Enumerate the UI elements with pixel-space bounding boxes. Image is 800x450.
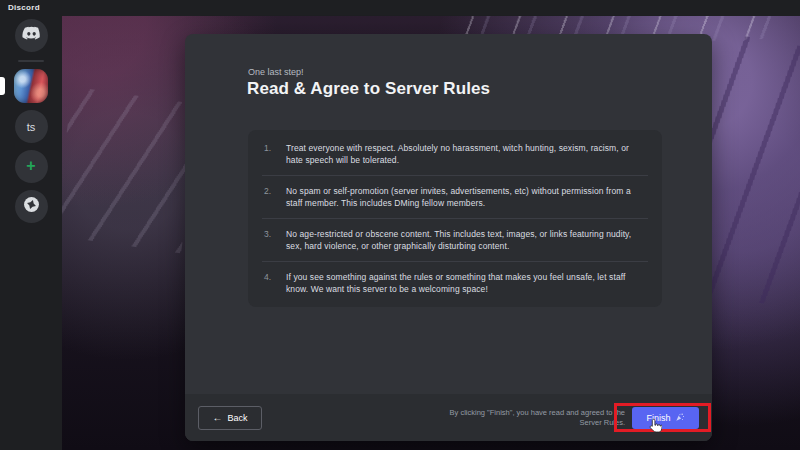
rule-number: 4.: [264, 272, 286, 295]
app-title: Discord: [8, 3, 40, 12]
compass-icon: [23, 196, 40, 217]
rule-number: 2.: [264, 186, 286, 209]
rule-number: 3.: [264, 229, 286, 252]
title-bar: Discord: [0, 0, 800, 16]
sidebar-item-current-server[interactable]: [14, 69, 48, 103]
back-button-label: Back: [227, 413, 247, 423]
plus-icon: +: [26, 158, 35, 174]
explore-servers-button[interactable]: [15, 190, 48, 223]
finish-button-area: Finish: [632, 407, 699, 429]
discord-window: Discord ts + One last step! Read & Agree…: [0, 0, 800, 450]
rule-item-4: 4. If you see something against the rule…: [248, 262, 662, 304]
server-ts-label: ts: [27, 121, 36, 133]
rule-text: No spam or self-promotion (server invite…: [286, 186, 648, 209]
sidebar-divider: [18, 60, 44, 62]
modal-title: Read & Agree to Server Rules: [247, 79, 490, 99]
rule-text: If you see something against the rules o…: [286, 272, 648, 295]
rule-number: 1.: [264, 143, 286, 166]
server-sidebar: ts +: [0, 16, 62, 450]
finish-button[interactable]: Finish: [632, 407, 699, 429]
modal-eyebrow: One last step!: [248, 67, 304, 77]
background-streaks: [52, 87, 202, 254]
party-popper-icon: [675, 412, 685, 424]
left-arrow-icon: ←: [212, 413, 222, 423]
rule-text: Treat everyone with respect. Absolutely …: [286, 143, 648, 166]
modal-footer: ← Back By clicking "Finish", you have re…: [185, 394, 712, 441]
rule-text: No age-restricted or obscene content. Th…: [286, 229, 648, 252]
rule-item-1: 1. Treat everyone with respect. Absolute…: [248, 133, 662, 175]
sidebar-item-server-ts[interactable]: ts: [15, 110, 48, 143]
server-rules-modal: One last step! Read & Agree to Server Ru…: [185, 34, 712, 441]
rules-list: 1. Treat everyone with respect. Absolute…: [248, 130, 662, 307]
rule-item-2: 2. No spam or self-promotion (server inv…: [248, 176, 662, 218]
add-server-button[interactable]: +: [15, 150, 48, 183]
selected-server-pill: [0, 77, 5, 95]
back-button[interactable]: ← Back: [198, 406, 262, 430]
discord-logo-icon: [22, 26, 41, 45]
finish-button-label: Finish: [646, 413, 670, 423]
home-button[interactable]: [15, 19, 48, 52]
agreement-note: By clicking "Finish", you have read and …: [427, 408, 625, 428]
rule-item-3: 3. No age-restricted or obscene content.…: [248, 219, 662, 261]
